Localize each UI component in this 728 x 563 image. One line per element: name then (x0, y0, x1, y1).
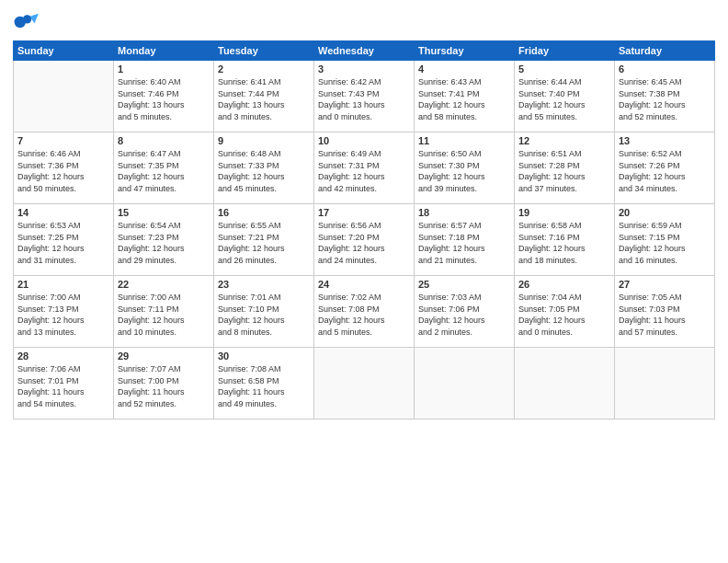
day-info-line: and 10 minutes. (118, 327, 210, 339)
day-number: 6 (619, 63, 711, 75)
day-info-line: Sunset: 7:41 PM (418, 88, 510, 100)
day-number: 21 (17, 279, 109, 290)
logo-icon (13, 9, 39, 35)
day-info-line: and 39 minutes. (418, 183, 510, 195)
day-info-line: Daylight: 13 hours (218, 99, 310, 111)
day-info-line: Sunrise: 6:46 AM (17, 148, 109, 160)
day-number: 30 (218, 350, 310, 362)
day-info-line: Sunset: 7:18 PM (418, 232, 510, 244)
day-info-line: and 13 minutes. (17, 327, 109, 339)
calendar-cell: 17Sunrise: 6:56 AMSunset: 7:20 PMDayligh… (314, 204, 415, 276)
day-info-line: Daylight: 12 hours (218, 243, 310, 255)
day-info-line: Sunset: 7:21 PM (218, 232, 310, 244)
day-info-line: Sunrise: 6:52 AM (619, 148, 711, 160)
column-header-friday: Friday (515, 41, 615, 61)
day-info-line: and 31 minutes. (17, 255, 109, 267)
day-info-line: Sunset: 7:11 PM (118, 304, 210, 316)
day-info-line: and 8 minutes. (218, 327, 310, 339)
day-info-line: and 0 minutes. (518, 327, 610, 339)
day-info-line: Sunset: 7:00 PM (118, 375, 210, 387)
day-info-line: Sunrise: 6:51 AM (518, 148, 610, 160)
column-header-tuesday: Tuesday (214, 41, 314, 61)
day-info-line: Sunrise: 7:01 AM (218, 292, 310, 304)
day-info-line: Sunrise: 7:07 AM (118, 363, 210, 375)
day-info-line: Sunrise: 6:43 AM (418, 76, 510, 88)
day-info-line: Sunrise: 7:06 AM (17, 363, 109, 375)
calendar-cell: 1Sunrise: 6:40 AMSunset: 7:46 PMDaylight… (114, 61, 214, 132)
day-number: 29 (118, 350, 210, 362)
day-info-line: Sunset: 7:44 PM (218, 88, 310, 100)
day-info-line: Sunset: 7:16 PM (518, 232, 610, 244)
day-info-line: Sunset: 7:03 PM (619, 304, 711, 316)
day-info-line: and 5 minutes. (318, 327, 410, 339)
day-info-line: Sunset: 7:35 PM (118, 160, 210, 172)
day-info-line: Daylight: 12 hours (118, 243, 210, 255)
day-info-line: Daylight: 12 hours (518, 243, 610, 255)
day-info-line: Sunrise: 6:41 AM (218, 76, 310, 88)
calendar-cell: 20Sunrise: 6:59 AMSunset: 7:15 PMDayligh… (615, 204, 715, 276)
day-info-line: Sunset: 7:33 PM (218, 160, 310, 172)
day-info-line: Sunset: 7:28 PM (518, 160, 610, 172)
day-info-line: Sunrise: 6:48 AM (218, 148, 310, 160)
calendar-cell: 6Sunrise: 6:45 AMSunset: 7:38 PMDaylight… (615, 61, 715, 132)
day-info-line: Sunset: 7:38 PM (619, 88, 711, 100)
calendar-cell: 19Sunrise: 6:58 AMSunset: 7:16 PMDayligh… (515, 204, 615, 276)
day-info-line: and 37 minutes. (518, 183, 610, 195)
day-info-line: and 54 minutes. (17, 398, 109, 410)
day-number: 19 (518, 207, 610, 218)
calendar-cell: 28Sunrise: 7:06 AMSunset: 7:01 PMDayligh… (14, 348, 114, 419)
day-number: 12 (518, 135, 610, 146)
day-info-line: Daylight: 11 hours (619, 315, 711, 327)
day-info-line: Daylight: 12 hours (318, 171, 410, 183)
day-info-line: and 3 minutes. (218, 111, 310, 123)
day-info-line: Sunrise: 6:58 AM (518, 220, 610, 232)
page-header (13, 9, 715, 35)
day-number: 5 (518, 63, 610, 75)
day-info-line: Sunrise: 7:05 AM (619, 292, 711, 304)
calendar-cell: 11Sunrise: 6:50 AMSunset: 7:30 PMDayligh… (415, 132, 515, 204)
calendar-cell: 7Sunrise: 6:46 AMSunset: 7:36 PMDaylight… (14, 132, 114, 204)
day-info-line: and 57 minutes. (619, 327, 711, 339)
day-info-line: and 2 minutes. (418, 327, 510, 339)
calendar-cell: 8Sunrise: 6:47 AMSunset: 7:35 PMDaylight… (114, 132, 214, 204)
day-number: 15 (118, 207, 210, 218)
day-info-line: Sunrise: 6:53 AM (17, 220, 109, 232)
day-info-line: Daylight: 12 hours (418, 99, 510, 111)
day-info-line: and 42 minutes. (318, 183, 410, 195)
day-number: 7 (17, 135, 109, 146)
calendar-cell: 9Sunrise: 6:48 AMSunset: 7:33 PMDaylight… (214, 132, 314, 204)
svg-marker-2 (30, 14, 39, 24)
day-info-line: Daylight: 12 hours (518, 315, 610, 327)
calendar-week-row: 21Sunrise: 7:00 AMSunset: 7:13 PMDayligh… (14, 276, 715, 348)
day-info-line: and 21 minutes. (418, 255, 510, 267)
day-number: 1 (118, 63, 210, 75)
day-info-line: Sunset: 7:26 PM (619, 160, 711, 172)
calendar-cell: 3Sunrise: 6:42 AMSunset: 7:43 PMDaylight… (314, 61, 415, 132)
logo (13, 9, 42, 35)
day-info-line: Daylight: 11 hours (218, 386, 310, 398)
calendar-cell: 16Sunrise: 6:55 AMSunset: 7:21 PMDayligh… (214, 204, 314, 276)
day-info-line: Sunrise: 7:08 AM (218, 363, 310, 375)
column-header-saturday: Saturday (615, 41, 715, 61)
day-info-line: Sunset: 7:15 PM (619, 232, 711, 244)
day-info-line: Sunrise: 7:00 AM (17, 292, 109, 304)
day-info-line: Daylight: 12 hours (418, 171, 510, 183)
day-info-line: Sunset: 7:40 PM (518, 88, 610, 100)
calendar-cell (615, 348, 715, 419)
day-info-line: Daylight: 12 hours (518, 99, 610, 111)
day-info-line: Sunrise: 6:57 AM (418, 220, 510, 232)
day-number: 8 (118, 135, 210, 146)
day-info-line: Daylight: 12 hours (318, 315, 410, 327)
day-info-line: Sunrise: 6:55 AM (218, 220, 310, 232)
calendar-cell: 15Sunrise: 6:54 AMSunset: 7:23 PMDayligh… (114, 204, 214, 276)
day-info-line: and 34 minutes. (619, 183, 711, 195)
day-info-line: Sunrise: 7:04 AM (518, 292, 610, 304)
calendar-header-row: SundayMondayTuesdayWednesdayThursdayFrid… (14, 41, 715, 61)
calendar-cell: 27Sunrise: 7:05 AMSunset: 7:03 PMDayligh… (615, 276, 715, 348)
calendar-cell: 23Sunrise: 7:01 AMSunset: 7:10 PMDayligh… (214, 276, 314, 348)
day-info-line: Daylight: 12 hours (17, 171, 109, 183)
day-info-line: and 26 minutes. (218, 255, 310, 267)
day-number: 9 (218, 135, 310, 146)
day-number: 28 (17, 350, 109, 362)
calendar-cell: 24Sunrise: 7:02 AMSunset: 7:08 PMDayligh… (314, 276, 415, 348)
